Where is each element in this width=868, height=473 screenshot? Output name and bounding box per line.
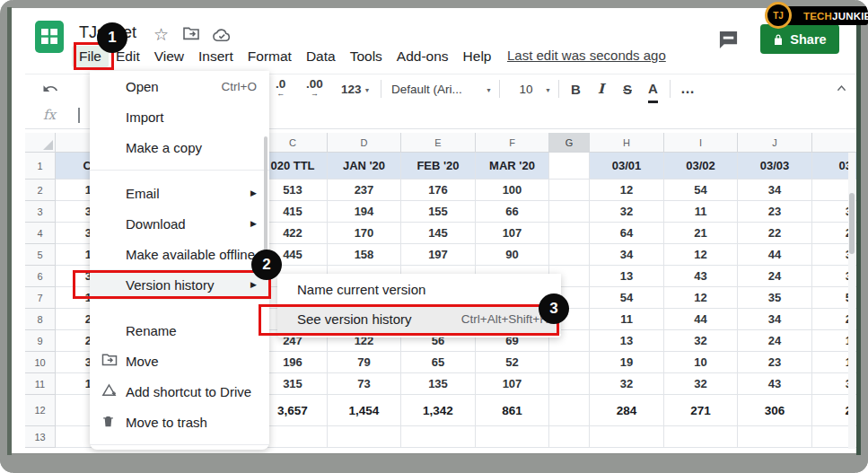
menu-format[interactable]: Format <box>241 46 299 67</box>
grid-cell-d1[interactable]: JAN '20 <box>328 153 401 180</box>
grid-cell-f11[interactable]: 107 <box>476 373 549 395</box>
grid-cell-e2[interactable]: 176 <box>401 180 476 201</box>
row-header-13[interactable]: 13 <box>25 426 56 448</box>
column-header-e[interactable]: E <box>401 133 476 153</box>
cloud-saved-icon[interactable] <box>212 28 232 46</box>
strikethrough-button[interactable]: S <box>623 77 632 101</box>
file-menu-rename[interactable]: Rename <box>90 315 269 346</box>
grid-cell-i10[interactable]: 10 <box>664 352 738 373</box>
grid-cell-e1[interactable]: FEB '20 <box>401 153 476 180</box>
bold-button[interactable]: B <box>571 77 581 101</box>
grid-cell-d11[interactable]: 73 <box>328 373 401 395</box>
grid-cell-f4[interactable]: 107 <box>476 223 549 244</box>
grid-cell-g3[interactable] <box>549 201 590 223</box>
grid-cell-d12[interactable]: 1,454 <box>328 395 401 426</box>
scrollbar-thumb[interactable] <box>849 193 855 254</box>
grid-cell-d2[interactable]: 237 <box>328 180 401 201</box>
grid-cell-i7[interactable]: 12 <box>664 287 738 309</box>
grid-cell-i9[interactable]: 32 <box>664 330 738 352</box>
grid-cell-g2[interactable] <box>549 180 590 201</box>
google-sheets-logo[interactable] <box>34 20 65 57</box>
select-all-corner[interactable] <box>25 133 56 153</box>
grid-cell-i13[interactable] <box>664 426 738 448</box>
grid-cell-f12[interactable]: 861 <box>476 395 549 426</box>
grid-cell-f13[interactable] <box>476 426 549 448</box>
grid-cell-j1[interactable]: 03/03 <box>738 153 812 180</box>
row-header-2[interactable]: 2 <box>25 180 56 201</box>
grid-cell-h5[interactable]: 34 <box>590 244 664 266</box>
row-header-3[interactable]: 3 <box>25 201 56 223</box>
grid-cell-e11[interactable]: 135 <box>401 373 476 395</box>
file-menu-make-available-offline[interactable]: Make available offline <box>90 239 269 269</box>
font-size-select[interactable]: 10▼ <box>510 77 551 101</box>
grid-cell-h2[interactable]: 12 <box>590 180 664 201</box>
italic-button[interactable]: I <box>598 77 604 101</box>
grid-cell-j5[interactable]: 44 <box>738 244 812 266</box>
star-icon[interactable]: ☆ <box>153 24 169 45</box>
grid-cell-j3[interactable]: 23 <box>738 201 812 223</box>
grid-cell-h8[interactable]: 11 <box>590 309 664 330</box>
file-menu-open[interactable]: Open Ctrl+O <box>90 71 269 101</box>
grid-cell-g12[interactable] <box>549 395 590 426</box>
collapse-toolbar-button[interactable] <box>835 77 848 101</box>
grid-cell-f3[interactable]: 66 <box>476 201 549 223</box>
row-header-4[interactable]: 4 <box>25 223 56 244</box>
comment-icon[interactable] <box>717 30 740 54</box>
grid-cell-j12[interactable]: 306 <box>738 395 812 426</box>
font-family-select[interactable]: Default (Ari...▼ <box>391 77 492 101</box>
grid-cell-g1[interactable] <box>549 153 590 180</box>
grid-cell-i6[interactable]: 43 <box>664 266 738 287</box>
column-header-g[interactable]: G <box>549 133 590 153</box>
submenu-name-current-version[interactable]: Name current version <box>277 274 561 304</box>
grid-cell-g10[interactable] <box>549 352 590 373</box>
grid-cell-j2[interactable]: 34 <box>738 180 812 201</box>
menu-data[interactable]: Data <box>299 46 343 67</box>
grid-cell-h10[interactable]: 19 <box>590 352 664 373</box>
column-header-i[interactable]: I <box>664 133 738 153</box>
grid-cell-j6[interactable]: 24 <box>738 266 812 287</box>
grid-cell-h7[interactable]: 54 <box>590 287 664 309</box>
row-header-10[interactable]: 10 <box>25 352 56 373</box>
number-format-button[interactable]: 123▼ <box>341 77 370 101</box>
grid-cell-f10[interactable]: 52 <box>476 352 549 373</box>
file-menu-move-to-trash[interactable]: Move to trash <box>90 407 269 437</box>
file-menu-add-shortcut-to-drive[interactable]: Add shortcut to Drive <box>90 376 269 407</box>
grid-cell-i2[interactable]: 54 <box>664 180 738 201</box>
row-header-6[interactable]: 6 <box>25 266 56 287</box>
grid-cell-g4[interactable] <box>549 223 590 244</box>
grid-cell-e4[interactable]: 145 <box>401 223 476 244</box>
menu-view[interactable]: View <box>147 46 191 67</box>
grid-cell-d5[interactable]: 158 <box>328 244 401 266</box>
column-header-j[interactable]: J <box>738 133 812 153</box>
grid-cell-e10[interactable]: 65 <box>401 352 476 373</box>
grid-cell-e12[interactable]: 1,342 <box>401 395 476 426</box>
grid-cell-j13[interactable] <box>738 426 812 448</box>
grid-cell-e5[interactable]: 197 <box>401 244 476 266</box>
grid-cell-g11[interactable] <box>549 373 590 395</box>
text-color-button[interactable]: A <box>648 77 658 103</box>
row-header-7[interactable]: 7 <box>25 287 56 309</box>
grid-cell-h9[interactable]: 13 <box>590 330 664 352</box>
file-menu-import[interactable]: Import <box>90 101 269 132</box>
grid-cell-h6[interactable]: 13 <box>590 266 664 287</box>
grid-cell-h3[interactable]: 32 <box>590 201 664 223</box>
grid-cell-j10[interactable]: 23 <box>738 352 812 373</box>
grid-cell-d10[interactable]: 79 <box>328 352 401 373</box>
grid-cell-g5[interactable] <box>549 244 590 266</box>
share-button[interactable]: Share <box>760 24 839 54</box>
row-header-1[interactable]: 1 <box>25 153 56 180</box>
column-header-d[interactable]: D <box>328 133 401 153</box>
vertical-scrollbar[interactable] <box>848 153 855 449</box>
grid-cell-j8[interactable]: 34 <box>738 309 812 330</box>
menu-insert[interactable]: Insert <box>191 46 241 67</box>
grid-cell-i12[interactable]: 271 <box>664 395 738 426</box>
grid-cell-h13[interactable] <box>590 426 664 448</box>
grid-cell-i5[interactable]: 12 <box>664 244 738 266</box>
grid-cell-j7[interactable]: 35 <box>738 287 812 309</box>
file-menu-make-a-copy[interactable]: Make a copy <box>90 132 269 162</box>
grid-cell-e13[interactable] <box>401 426 476 448</box>
file-menu-email[interactable]: Email ▶ <box>90 178 269 208</box>
last-edit-link[interactable]: Last edit was seconds ago <box>507 48 666 63</box>
row-header-5[interactable]: 5 <box>25 244 56 266</box>
grid-cell-h11[interactable]: 32 <box>590 373 664 395</box>
